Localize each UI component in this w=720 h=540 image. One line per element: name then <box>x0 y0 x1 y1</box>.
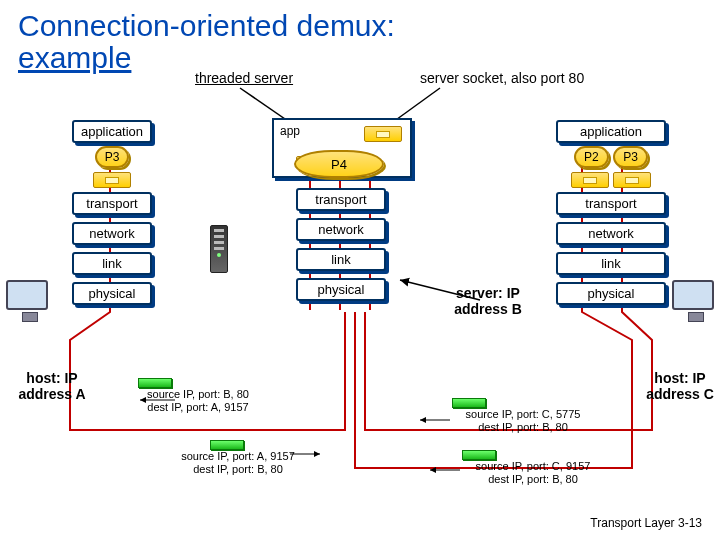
server-socket-icon <box>364 126 402 142</box>
packet-icon <box>452 398 486 408</box>
layer-network: network <box>556 222 666 245</box>
app-label: app <box>280 124 300 138</box>
process-p4: P4 <box>294 150 384 178</box>
socket-row-c <box>556 172 666 188</box>
stack-server-b: transport network link physical <box>296 188 386 308</box>
title-line2: example <box>18 41 131 74</box>
process-p2: P2 <box>574 146 609 168</box>
slide-number: 3-13 <box>678 516 702 530</box>
layer-link: link <box>556 252 666 275</box>
packet-4: source IP, port: C, 9157 dest IP, port: … <box>448 460 618 486</box>
socket-row-a <box>72 172 152 188</box>
layer-link: link <box>296 248 386 271</box>
slide-title: Connection-oriented demux: example <box>18 10 395 73</box>
packet-3: source IP, port: C, 5775 dest IP, port: … <box>438 408 608 434</box>
socket-icon <box>571 172 609 188</box>
packet-icon <box>462 450 496 460</box>
stack-host-c: application P2 P3 transport network link… <box>556 120 666 312</box>
server-tower-icon <box>210 225 228 273</box>
layer-network: network <box>72 222 152 245</box>
annot-threaded-server: threaded server <box>195 70 293 86</box>
layer-application: application <box>556 120 666 143</box>
layer-link: link <box>72 252 152 275</box>
layer-application: application <box>72 120 152 143</box>
layer-physical: physical <box>556 282 666 305</box>
host-c-label: host: IP address C <box>640 370 720 402</box>
packet-1: source IP, port: B, 80 dest IP, port: A,… <box>118 388 278 414</box>
layer-physical: physical <box>296 278 386 301</box>
client-c-monitor <box>672 280 714 310</box>
footer-text: Transport Layer <box>590 516 674 530</box>
layer-transport: transport <box>296 188 386 211</box>
socket-icon <box>613 172 651 188</box>
layer-physical: physical <box>72 282 152 305</box>
server-b-label: server: IP address B <box>438 285 538 317</box>
process-p3-right: P3 <box>613 146 648 168</box>
client-a-monitor <box>6 280 48 310</box>
annot-server-socket: server socket, also port 80 <box>420 70 584 86</box>
packet-icon <box>210 440 244 450</box>
stack-host-a: application P3 transport network link ph… <box>72 120 152 312</box>
layer-transport: transport <box>556 192 666 215</box>
layer-network: network <box>296 218 386 241</box>
socket-icon <box>93 172 131 188</box>
packet-2: source IP, port: A, 9157 dest IP, port: … <box>148 450 328 476</box>
process-p3-left: P3 <box>95 146 130 168</box>
host-a-label: host: IP address A <box>12 370 92 402</box>
layer-transport: transport <box>72 192 152 215</box>
packet-icon <box>138 378 172 388</box>
slide-footer: Transport Layer 3-13 <box>590 516 702 530</box>
title-line1: Connection-oriented demux: <box>18 9 395 42</box>
